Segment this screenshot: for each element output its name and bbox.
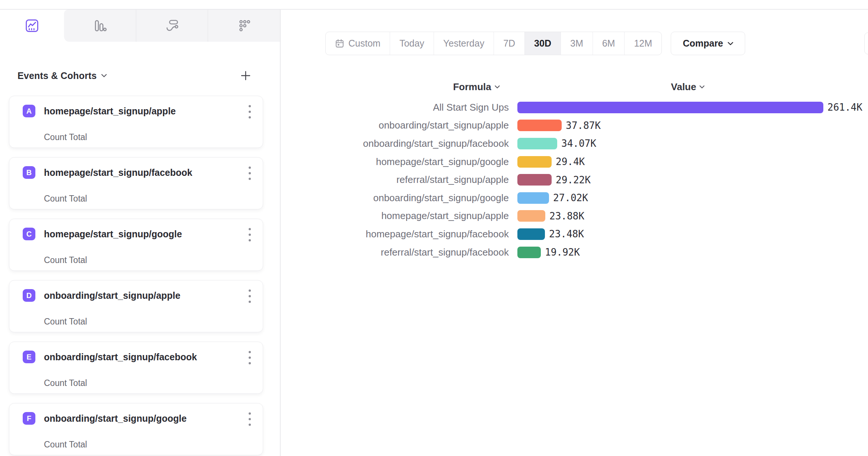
tab-retention[interactable] [208,10,280,42]
row-bar[interactable] [517,174,552,186]
row-bar[interactable] [517,156,552,168]
bar-chart-row: onboarding/start_signup/apple 37.87K [287,117,867,135]
row-value: 261.4K [827,102,862,113]
row-label: All Start Sign Ups [287,102,509,113]
date-range-label: Yesterday [443,38,484,49]
row-bar[interactable] [517,247,541,258]
event-card[interactable]: E onboarding/start_signup/facebook Count… [9,342,263,394]
event-card[interactable]: F onboarding/start_signup/google Count T… [9,403,263,455]
bar-chart-row: onboarding/start_signup/facebook 34.07K [287,134,867,153]
bar-chart-rows: All Start Sign Ups 261.4K onboarding/sta… [287,98,867,261]
chevron-down-icon [101,74,107,77]
row-value: 23.48K [549,228,584,240]
date-range-7d[interactable]: 7D [494,32,524,55]
event-name[interactable]: onboarding/start_signup/google [44,413,186,424]
kebab-menu-icon[interactable] [248,351,252,364]
row-value: 29.22K [556,174,591,186]
date-range-yesterday[interactable]: Yesterday [434,32,494,55]
row-value: 19.92K [545,247,580,258]
event-letter-badge: E [23,351,35,363]
date-range-label: 6M [602,38,615,49]
calendar-icon [335,39,344,48]
insights-line-chart-icon [25,19,39,33]
row-value: 27.02K [553,192,588,203]
retention-dots-icon [237,19,251,33]
event-card[interactable]: C homepage/start_signup/google Count Tot… [9,219,263,271]
event-metric[interactable]: Count Total [44,194,87,204]
row-value: 23.88K [549,210,584,222]
tab-insights[interactable] [0,10,64,42]
row-value: 34.07K [561,138,596,149]
chevron-down-icon [728,42,733,45]
date-range-control: Custom Today Yesterday 7D 30D 3M 6M 12M [325,32,662,55]
cut-off-edge-button[interactable] [864,32,868,54]
bar-chart-row: homepage/start_signup/google 29.4K [287,153,867,171]
events-cohorts-title[interactable]: Events & Cohorts [17,70,97,81]
kebab-menu-icon[interactable] [248,412,252,426]
kebab-menu-icon[interactable] [248,167,252,180]
add-event-button[interactable] [239,69,252,82]
row-value: 37.87K [566,120,601,131]
event-card[interactable]: A homepage/start_signup/apple Count Tota… [9,96,263,148]
date-range-custom[interactable]: Custom [326,32,390,55]
row-bar[interactable] [517,228,545,240]
row-bar[interactable] [517,102,823,113]
event-letter-badge: A [23,105,35,117]
tab-flows[interactable] [136,10,208,42]
date-range-6m[interactable]: 6M [593,32,625,55]
event-metric[interactable]: Count Total [44,317,87,327]
date-range-label: 7D [503,38,515,49]
date-range-today[interactable]: Today [390,32,434,55]
bar-chart-row: homepage/start_signup/facebook 23.48K [287,225,867,243]
date-range-label: Today [399,38,424,49]
value-column-header[interactable]: Value [643,80,733,93]
event-letter-badge: D [23,289,35,302]
date-range-3m[interactable]: 3M [561,32,593,55]
event-metric[interactable]: Count Total [44,132,87,142]
event-name[interactable]: onboarding/start_signup/facebook [44,352,197,362]
event-letter-badge: F [23,412,35,425]
row-label: referral/start_signup/apple [287,174,509,186]
date-range-label: 12M [634,38,652,49]
row-label: homepage/start_signup/facebook [287,228,509,240]
row-label: referral/start_signup/facebook [287,247,509,258]
event-name[interactable]: homepage/start_signup/google [44,229,182,240]
formula-header-label: Formula [453,81,491,93]
row-bar[interactable] [517,192,549,204]
event-name[interactable]: homepage/start_signup/apple [44,106,176,117]
event-card-list: A homepage/start_signup/apple Count Tota… [9,96,263,455]
event-name[interactable]: homepage/start_signup/facebook [44,167,192,178]
event-card[interactable]: B homepage/start_signup/facebook Count T… [9,157,263,209]
date-range-30d[interactable]: 30D [524,32,561,55]
tab-group [64,10,280,42]
compare-button[interactable]: Compare [671,32,745,55]
row-label: homepage/start_signup/google [287,156,509,168]
row-bar[interactable] [517,120,562,131]
value-header-label: Value [671,81,696,93]
kebab-menu-icon[interactable] [248,289,252,303]
row-bar[interactable] [517,138,557,149]
date-range-label: Custom [348,38,380,49]
formula-column-header[interactable]: Formula [432,80,521,93]
event-metric[interactable]: Count Total [44,378,87,388]
kebab-menu-icon[interactable] [248,228,252,241]
date-toolbar: Custom Today Yesterday 7D 30D 3M 6M 12M … [325,32,745,55]
event-card[interactable]: D onboarding/start_signup/apple Count To… [9,280,263,332]
event-letter-badge: B [23,166,35,179]
date-range-label: 3M [570,38,583,49]
compare-label: Compare [683,38,723,49]
event-name[interactable]: onboarding/start_signup/apple [44,290,181,301]
bar-chart-row: referral/start_signup/facebook 19.92K [287,243,867,262]
tab-funnels[interactable] [64,10,136,42]
date-range-12m[interactable]: 12M [624,32,661,55]
chevron-down-icon [495,85,500,89]
sidebar-panel-border [280,9,281,456]
event-metric[interactable]: Count Total [44,255,87,265]
chevron-down-icon [699,85,705,89]
kebab-menu-icon[interactable] [248,105,252,118]
event-metric[interactable]: Count Total [44,440,87,450]
row-bar[interactable] [517,210,545,222]
report-type-tabs [0,10,280,42]
bar-chart-row: homepage/start_signup/apple 23.88K [287,207,867,225]
row-label: homepage/start_signup/apple [287,210,509,222]
